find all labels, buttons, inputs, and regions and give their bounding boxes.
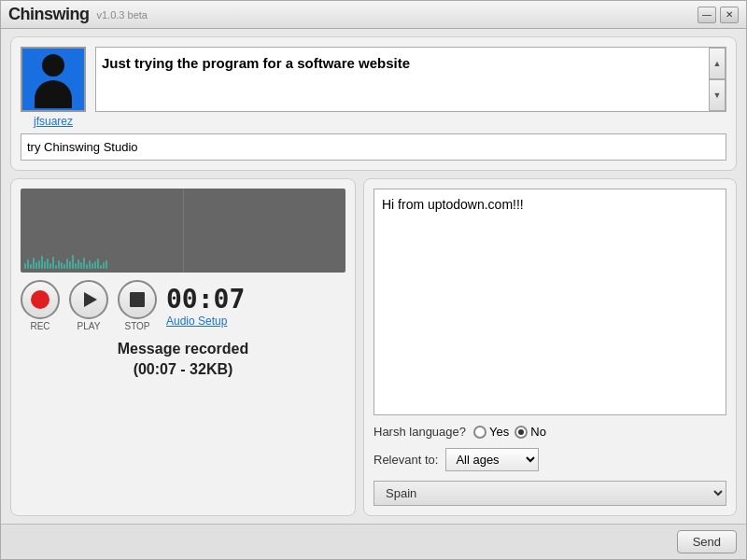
harsh-language-row: Harsh language? Yes No [374,425,726,439]
stop-button-circle [118,280,157,319]
waveform-bar [80,262,82,269]
username-link[interactable]: jfsuarez [34,115,73,128]
waveform-bar [75,263,77,269]
waveform-bar [97,259,99,269]
waveform-bar [100,265,102,269]
waveform-bar [86,264,88,269]
harsh-language-label: Harsh language? [374,425,466,439]
stop-label: STOP [124,321,149,331]
waveform-bar [52,257,54,269]
play-button[interactable]: PLAY [69,280,108,331]
waveform-bar [89,260,91,269]
waveform-bar [41,256,43,269]
waveform-bar [103,262,105,269]
status-box: Just trying the program for a software w… [95,47,726,112]
window-controls: — ✕ [698,7,739,23]
status-text: Just trying the program for a software w… [102,55,410,71]
send-button[interactable]: Send [677,530,737,553]
record-button-circle [21,280,60,319]
waveform-bars [24,250,342,269]
message-text: Hi from uptodown.com!!! [382,197,524,212]
rec-label: REC [30,321,49,331]
country-select[interactable]: Spain United States United Kingdom Franc… [374,481,726,506]
play-button-circle [69,280,108,319]
radio-yes-outer[interactable] [473,426,486,439]
relevant-select[interactable]: All ages Adults Children [445,448,539,471]
play-icon [84,292,97,307]
waveform-bar [72,255,74,269]
waveform-bar [94,261,96,269]
harsh-language-options: Yes No [473,425,546,439]
playback-controls: REC PLAY STOP 00:07 Audio Setup [21,280,345,331]
relevant-select-wrapper: All ages Adults Children [445,448,539,471]
audio-setup-link[interactable]: Audio Setup [166,315,227,328]
relevant-row: Relevant to: All ages Adults Children [374,448,726,471]
avatar-silhouette [30,54,77,105]
waveform-bar [78,259,79,269]
waveform-bar [55,265,57,269]
profile-section: jfsuarez Just trying the program for a s… [10,36,737,171]
waveform-bar [33,258,35,269]
secondary-text[interactable]: try Chinswing Studio [21,133,726,161]
app-version: v1.0.3 beta [97,9,148,21]
radio-no-selected [518,429,524,435]
waveform-bar [83,258,85,269]
relevant-label: Relevant to: [374,453,438,467]
stop-button[interactable]: STOP [118,280,157,331]
country-row: Spain United States United Kingdom Franc… [374,481,726,506]
waveform-bar [49,263,51,269]
waveform-bar [47,259,49,269]
record-button[interactable]: REC [21,280,60,331]
waveform-bar [63,264,65,269]
message-status: Message recorded(00:07 - 32KB) [21,339,345,381]
yes-label: Yes [489,425,509,439]
waveform-bar [106,260,107,269]
waveform-display [21,189,345,273]
no-label: No [530,425,546,439]
waveform-bar [58,260,60,269]
radio-no-outer[interactable] [514,426,528,439]
record-icon [31,290,49,309]
waveform-bar [38,260,40,269]
waveform-bar [35,262,37,269]
recording-panel: REC PLAY STOP 00:07 Audio Setup [10,178,356,516]
avatar-area: jfsuarez [21,47,86,128]
waveform-bar [30,264,32,269]
waveform-bar [92,263,93,269]
timer-group: 00:07 Audio Setup [166,284,245,328]
scroll-down-button[interactable]: ▼ [709,79,726,111]
main-content: REC PLAY STOP 00:07 Audio Setup [10,178,737,516]
title-bar: Chinswing v1.0.3 beta — ✕ [1,1,746,29]
close-button[interactable]: ✕ [720,7,739,23]
scroll-up-button[interactable]: ▲ [709,48,726,79]
info-panel: Hi from uptodown.com!!! Harsh language? … [363,178,737,516]
waveform-bar [61,262,63,269]
minimize-button[interactable]: — [698,7,716,23]
profile-top: jfsuarez Just trying the program for a s… [21,47,726,128]
play-label: PLAY [78,321,101,331]
waveform-bar [24,263,26,269]
radio-no[interactable]: No [514,425,546,439]
bottom-bar: Send [1,524,746,559]
timer-display: 00:07 [166,284,245,315]
waveform-bar [44,261,46,269]
waveform-bar [27,259,29,269]
app-window: Chinswing v1.0.3 beta — ✕ jfsuarez Just … [0,0,747,560]
waveform-bar [69,261,71,269]
radio-yes[interactable]: Yes [473,425,509,439]
avatar [21,47,86,112]
stop-icon [130,292,145,307]
app-title: Chinswing [8,5,90,24]
waveform-bar [66,259,68,269]
message-box[interactable]: Hi from uptodown.com!!! [374,189,726,415]
scroll-buttons: ▲ ▼ [709,48,726,111]
